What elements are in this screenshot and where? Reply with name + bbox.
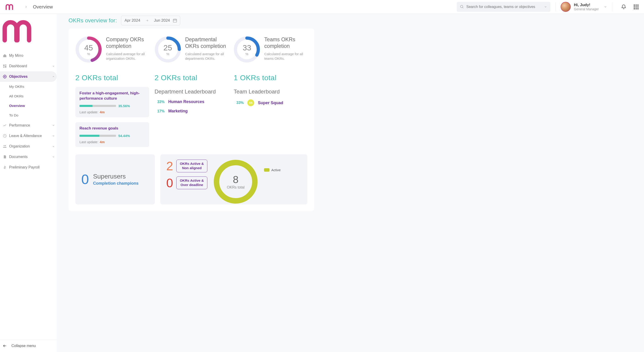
leaderboard-name: Marketing <box>168 109 188 114</box>
okr-card[interactable]: Reach revenue goals 54.44% Last update:4… <box>75 122 149 147</box>
sidebar-item-objectives[interactable]: Objectives <box>0 71 57 82</box>
bell-icon <box>621 4 626 9</box>
dollar-icon <box>2 165 7 170</box>
progress-bar <box>80 135 116 137</box>
chevron-down-icon <box>52 135 55 137</box>
sidebar-sub-overview[interactable]: Overview <box>0 101 57 111</box>
superusers-subtitle: Completion champions <box>93 181 138 186</box>
teams-completion-gauge: 33% <box>234 36 260 63</box>
teams-gauge-value: 33 <box>242 43 251 52</box>
leaderboard-pct: 33% <box>234 101 244 105</box>
teams-gauge-block: 33% Teams OKRs completion Calculated ave… <box>234 36 308 63</box>
legend-active: Active <box>264 168 281 172</box>
notifications-button[interactable] <box>619 2 628 11</box>
target-icon <box>2 74 7 79</box>
okrs-total-count: 8 <box>233 174 238 185</box>
team-leaderboard-title: Team Leaderboard <box>234 88 308 95</box>
svg-rect-10 <box>173 19 177 22</box>
collapse-menu-button[interactable]: Collapse menu <box>0 340 57 352</box>
collapse-label: Collapse menu <box>12 344 36 348</box>
okr-summary-card: 2 OKRs Active & Non aligned 0 OKRs Activ… <box>160 154 308 204</box>
leaderboard-row[interactable]: 33% Human Resources <box>154 99 228 104</box>
chevron-down-icon <box>52 145 55 148</box>
company-gauge-block: 45% Company OKRs completion Calculated a… <box>75 36 149 63</box>
status-count: 2 <box>166 159 173 173</box>
okrs-total-ring: 8 OKRs total <box>213 159 258 204</box>
sidebar-item-payroll[interactable]: Preliminary Payroll <box>0 162 57 173</box>
last-update-age: 4m <box>100 140 105 144</box>
sidebar-item-label: Organization <box>9 144 30 149</box>
status-active-nonaligned[interactable]: 2 OKRs Active & Non aligned <box>166 159 207 173</box>
svg-rect-2 <box>5 64 6 65</box>
chevron-down-icon[interactable] <box>544 5 547 8</box>
user-greeting: Hi, Judy! <box>574 3 599 7</box>
okr-percent: 35.56% <box>118 104 130 108</box>
sidebar-item-dashboard[interactable]: Dashboard <box>0 61 57 71</box>
sidebar-item-organization[interactable]: Organization <box>0 141 57 152</box>
company-gauge-title: Company OKRs completion <box>106 36 149 49</box>
calendar-icon <box>173 18 177 23</box>
arrow-right-icon <box>145 19 149 22</box>
home-icon <box>2 54 7 58</box>
svg-rect-3 <box>5 66 6 68</box>
divider <box>612 2 612 11</box>
main-content: OKRs overview for: Apr 2024 Jun 2024 <box>57 14 326 352</box>
superusers-title: Superusers <box>93 173 138 180</box>
date-from: Apr 2024 <box>124 18 140 23</box>
company-gauge-value: 45 <box>84 43 93 52</box>
sidebar-item-documents[interactable]: Documents <box>0 152 57 162</box>
chevron-down-icon <box>604 5 607 8</box>
brand-logo[interactable] <box>0 18 57 46</box>
okr-card[interactable]: Foster a high-engagement, high-performan… <box>75 87 149 117</box>
svg-rect-4 <box>3 67 4 68</box>
sidebar-item-leave[interactable]: Leave & Attendance <box>0 131 57 141</box>
leaderboard-row[interactable]: 17% Marketing <box>154 109 228 114</box>
company-completion-gauge: 45% <box>75 36 102 63</box>
arrow-left-icon <box>2 344 7 348</box>
brand-logo-small[interactable] <box>6 2 16 12</box>
status-pill: OKRs Active & Over deadline <box>176 176 207 189</box>
svg-point-8 <box>4 145 5 146</box>
status-count: 0 <box>166 176 173 190</box>
sidebar-sub-to-do[interactable]: To Do <box>0 111 57 120</box>
company-okrs-total: 2 OKRs total <box>75 74 149 82</box>
top-bar: Overview Hi, Judy! General Manager <box>0 0 644 14</box>
svg-point-9 <box>5 145 6 146</box>
svg-point-0 <box>460 5 463 8</box>
legend-label: Active <box>271 168 281 172</box>
sidebar-nav: My Mirro Dashboard Objectives My OKRs Al… <box>0 50 57 173</box>
trend-icon <box>2 123 7 127</box>
sidebar-sub-all-okrs[interactable]: All OKRs <box>0 91 57 101</box>
leaderboard-row[interactable]: 33% SS Super Squad <box>234 99 308 106</box>
last-update-label: Last update: <box>80 110 98 114</box>
sidebar: My Mirro Dashboard Objectives My OKRs Al… <box>0 14 57 352</box>
teams-gauge-desc: Calculated average for all teams OKRs. <box>264 52 308 61</box>
svg-rect-1 <box>3 64 4 66</box>
sidebar-sub-my-okrs[interactable]: My OKRs <box>0 82 57 91</box>
chevron-down-icon <box>52 65 55 67</box>
people-icon <box>2 144 7 149</box>
search-box[interactable] <box>457 2 550 12</box>
dept-gauge-title: Departmental OKRs completion <box>185 36 228 49</box>
leaderboard-name: Super Squad <box>258 101 283 105</box>
apps-menu-icon[interactable] <box>634 4 638 9</box>
team-badge: SS <box>247 99 254 106</box>
status-pill: OKRs Active & Non aligned <box>176 160 207 172</box>
legend-swatch <box>264 168 270 172</box>
date-range-picker[interactable]: Apr 2024 Jun 2024 <box>121 16 180 25</box>
sidebar-item-my-mirro[interactable]: My Mirro <box>0 50 57 61</box>
superusers-card[interactable]: 0 Superusers Completion champions <box>75 154 155 204</box>
team-okrs-total: 1 OKRs total <box>234 74 308 82</box>
sidebar-item-performance[interactable]: Performance <box>0 120 57 131</box>
search-input[interactable] <box>466 5 544 9</box>
chevron-right-icon <box>25 5 28 8</box>
date-to: Jun 2024 <box>154 18 170 23</box>
okr-percent: 54.44% <box>118 134 130 138</box>
user-menu[interactable]: Hi, Judy! General Manager <box>561 2 607 12</box>
chevron-down-icon <box>52 124 55 127</box>
status-active-overdeadline[interactable]: 0 OKRs Active & Over deadline <box>166 176 207 190</box>
dept-gauge-value: 25 <box>164 43 172 52</box>
search-icon <box>460 5 464 9</box>
clock-icon <box>2 134 7 138</box>
departmental-gauge-block: 25% Departmental OKRs completion Calcula… <box>154 36 228 63</box>
